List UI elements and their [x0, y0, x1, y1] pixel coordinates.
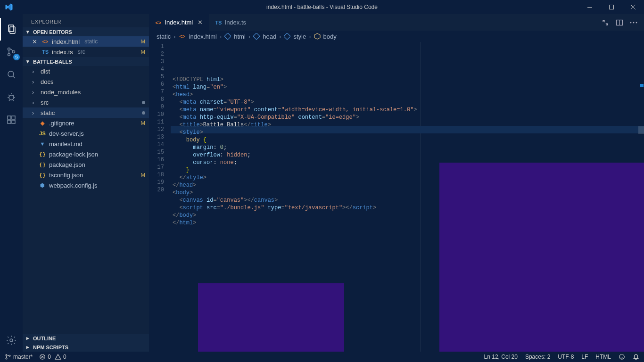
- activity-bar: S: [0, 14, 23, 352]
- code-line[interactable]: </head>: [171, 181, 644, 189]
- sidebar-title: EXPLORER: [23, 14, 149, 27]
- file-item[interactable]: { }tsconfig.jsonM: [23, 170, 149, 180]
- file-item[interactable]: ⬢webpack.config.js: [23, 180, 149, 190]
- maximize-button[interactable]: [601, 0, 622, 14]
- file-item[interactable]: { }package.json: [23, 159, 149, 170]
- code-line[interactable]: <meta name="viewport" content="width=dev…: [171, 106, 644, 114]
- indentation-status[interactable]: Spaces: 2: [525, 354, 550, 360]
- code-line[interactable]: }: [171, 166, 644, 174]
- code-line[interactable]: <meta charset="UTF-8">: [171, 99, 644, 106]
- folder-item[interactable]: ›node_modules: [23, 87, 149, 97]
- svg-point-21: [6, 354, 7, 356]
- search-icon[interactable]: [0, 63, 23, 86]
- code-line[interactable]: body {: [171, 136, 644, 144]
- svg-rect-9: [8, 116, 11, 119]
- close-tab-icon[interactable]: ✕: [198, 19, 203, 26]
- breadcrumb-segment[interactable]: body: [323, 33, 337, 40]
- svg-rect-3: [10, 27, 15, 33]
- breadcrumb-segment[interactable]: html: [234, 33, 246, 40]
- modified-badge: M: [141, 120, 145, 126]
- open-editors-header[interactable]: ▾ OPEN EDITORS: [23, 27, 149, 36]
- file-item[interactable]: { }package-lock.json: [23, 149, 149, 159]
- file-name: tsconfig.json: [49, 172, 83, 179]
- feedback-icon[interactable]: [619, 354, 625, 360]
- code-line[interactable]: <head>: [171, 91, 644, 99]
- svg-point-7: [8, 71, 14, 77]
- file-item[interactable]: JSdev-server.js: [23, 128, 149, 139]
- close-button[interactable]: [622, 0, 644, 14]
- folder-name: node_modules: [41, 89, 81, 96]
- explorer-icon[interactable]: [0, 18, 23, 41]
- modified-dot: [142, 101, 145, 104]
- debug-icon[interactable]: [0, 86, 23, 108]
- breadcrumb-segment[interactable]: static: [157, 33, 171, 40]
- code-line[interactable]: margin: 0;: [171, 144, 644, 151]
- breadcrumb-separator: ›: [248, 33, 250, 40]
- file-path: src: [78, 49, 85, 55]
- chevron-right-icon: ›: [32, 109, 38, 116]
- vscode-logo-icon: [5, 3, 13, 11]
- problems-status[interactable]: 0 0: [39, 354, 66, 360]
- more-icon[interactable]: [630, 22, 637, 24]
- encoding-status[interactable]: UTF-8: [558, 354, 574, 360]
- extensions-icon[interactable]: [0, 108, 23, 131]
- svg-point-15: [630, 22, 632, 23]
- settings-icon[interactable]: [0, 329, 23, 352]
- code-line[interactable]: <html lang="en">: [171, 83, 644, 91]
- notifications-icon[interactable]: [633, 354, 639, 360]
- language-status[interactable]: HTML: [595, 354, 611, 360]
- svg-point-23: [9, 355, 10, 356]
- folder-item[interactable]: ›dist: [23, 66, 149, 76]
- npm-scripts-header[interactable]: ▸ NPM SCRIPTS: [23, 343, 149, 352]
- folder-item[interactable]: ›static: [23, 107, 149, 118]
- folder-name: dist: [41, 68, 50, 75]
- cursor-position[interactable]: Ln 12, Col 20: [484, 354, 518, 360]
- split-editor-icon[interactable]: [616, 19, 623, 26]
- html-file-icon: <>: [155, 19, 162, 26]
- editor-tab[interactable]: TSindex.ts: [209, 14, 252, 31]
- code-editor[interactable]: 1234567891011121314151617181920 <!DOCTYP…: [149, 42, 644, 352]
- folder-item[interactable]: ›docs: [23, 76, 149, 87]
- svg-point-17: [636, 22, 637, 23]
- breadcrumb-separator: ›: [173, 33, 175, 40]
- editor-tab[interactable]: <>index.html✕: [149, 14, 209, 31]
- chevron-down-icon: ▾: [25, 58, 31, 65]
- code-line[interactable]: <title>Battle Balls</title>: [171, 121, 644, 129]
- eol-status[interactable]: LF: [581, 354, 588, 360]
- open-editor-item[interactable]: ✕<>index.htmlstaticM: [23, 36, 149, 47]
- code-line[interactable]: cursor: none;: [171, 159, 644, 166]
- code-line[interactable]: <style>: [171, 129, 644, 136]
- breadcrumb-symbol-icon: <>: [179, 33, 186, 40]
- close-editor-icon[interactable]: ✕: [32, 38, 39, 45]
- breadcrumb-segment[interactable]: index.html: [189, 33, 217, 40]
- scm-icon[interactable]: S: [0, 41, 23, 63]
- code-line[interactable]: overflow: hidden;: [171, 151, 644, 159]
- code-line[interactable]: <body>: [171, 189, 644, 197]
- svg-rect-12: [12, 116, 15, 119]
- code-line[interactable]: </html>: [171, 219, 644, 227]
- compare-icon[interactable]: [602, 19, 609, 26]
- project-header[interactable]: ▾ BATTLE-BALLS: [23, 57, 149, 66]
- minimize-button[interactable]: [579, 0, 601, 14]
- svg-rect-19: [253, 33, 260, 40]
- breadcrumbs[interactable]: static›<>index.html›html›head›style›body: [149, 31, 644, 42]
- breadcrumb-symbol-icon: [253, 33, 260, 40]
- code-line[interactable]: </body>: [171, 212, 644, 219]
- file-item[interactable]: ◆.gitignoreM: [23, 118, 149, 128]
- branch-name: master*: [13, 354, 33, 360]
- sidebar: EXPLORER ▾ OPEN EDITORS ✕<>index.htmlsta…: [23, 14, 149, 352]
- code-line[interactable]: <meta http-equiv="X-UA-Compatible" conte…: [171, 114, 644, 121]
- svg-rect-11: [12, 120, 15, 123]
- chevron-right-icon: ›: [32, 89, 38, 96]
- outline-header[interactable]: ▸ OUTLINE: [23, 334, 149, 343]
- code-line[interactable]: <!DOCTYPE html>: [171, 76, 644, 83]
- breadcrumb-segment[interactable]: style: [293, 33, 306, 40]
- breadcrumb-segment[interactable]: head: [263, 33, 276, 40]
- code-line[interactable]: <canvas id="canvas"></canvas>: [171, 197, 644, 204]
- folder-item[interactable]: ›src: [23, 97, 149, 107]
- code-line[interactable]: </style>: [171, 174, 644, 181]
- code-line[interactable]: <script src="./bundle.js" type="text/jav…: [171, 204, 644, 212]
- open-editor-item[interactable]: TSindex.tssrcM: [23, 47, 149, 57]
- file-item[interactable]: ▼manifest.md: [23, 139, 149, 149]
- git-branch-status[interactable]: master*: [5, 354, 33, 360]
